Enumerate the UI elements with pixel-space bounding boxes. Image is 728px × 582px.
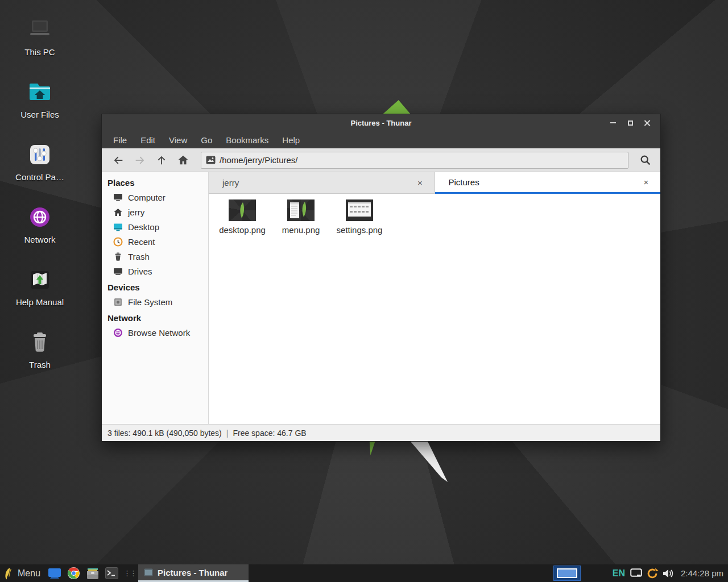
menu-png-thumbnail [287,199,315,221]
sidebar-heading-network: Network [102,310,208,325]
desktop-icon-help-manual[interactable]: Help Manual [0,259,80,322]
chrome-icon [67,567,80,580]
taskbar-clock[interactable]: 2:44:28 pm [681,568,723,578]
back-button[interactable] [107,151,129,169]
volume-button[interactable] [663,568,674,579]
keyboard-layout-indicator[interactable]: EN [613,568,625,579]
desktop-icon-label: Trash [29,360,51,369]
desktop-png-thumbnail [229,199,256,221]
sidebar-item-label: Desktop [128,222,159,232]
sidebar-item-recent[interactable]: Recent [102,234,208,249]
display-tray-icon [630,568,642,578]
menubar: File Edit View Go Bookmarks Help [102,131,660,148]
file-manager-launcher[interactable] [83,564,102,582]
terminal-icon [105,567,118,579]
tab-label: Pictures [449,177,642,187]
file-settings-png[interactable]: settings.png [331,198,388,235]
help-manual-icon [26,266,53,293]
sidebar-item-browse-network[interactable]: Browse Network [102,325,208,340]
tab-jerry[interactable]: jerry × [209,172,435,194]
settings-png-thumbnail [346,199,373,221]
update-refresh-icon [646,567,659,580]
search-icon [639,154,652,167]
show-desktop-button[interactable] [45,564,64,582]
menu-button-label: Menu [18,568,40,579]
taskbar-handle: ⋮⋮ [121,569,138,577]
file-desktop-png[interactable]: desktop.png [214,198,271,235]
recent-clock-icon [113,237,123,247]
thunar-window: Pictures - Thunar File Edit View Go Book… [101,114,661,442]
menu-go[interactable]: Go [195,133,218,147]
sidebar-item-label: Recent [128,237,155,247]
close-icon [644,119,651,126]
sidebar-item-drives[interactable]: Drives [102,264,208,278]
search-button[interactable] [636,151,655,169]
forward-button[interactable] [129,151,151,169]
desktop-icon-label: User Files [20,110,59,119]
file-menu-png[interactable]: menu.png [272,198,329,235]
menu-button[interactable]: Menu [0,564,45,582]
update-manager-button[interactable] [646,567,659,580]
taskbar-right: EN 2:44:28 pm [553,564,728,582]
home-icon [113,207,123,217]
menu-bookmarks[interactable]: Bookmarks [220,133,274,147]
file-view[interactable]: desktop.png menu.png [209,194,660,424]
taskbar: Menu [0,564,728,582]
tab-close-icon[interactable]: × [641,177,651,187]
desktop-icon-label: Help Manual [16,297,64,307]
maximize-icon [628,120,633,126]
close-button[interactable] [640,117,655,129]
sidebar-item-file-system[interactable]: File System [102,294,208,309]
desktop-icon-trash[interactable]: Trash [0,322,80,384]
desktop-icon [113,222,123,232]
task-button-label: Pictures - Thunar [158,568,228,577]
status-separator: | [226,429,229,438]
wallpaper-feather-quill [407,441,449,483]
desktop-icon-list: This PC User Files Control Pa… Network [0,9,80,384]
sidebar-heading-places: Places [102,175,208,190]
sidebar-item-desktop[interactable]: Desktop [102,219,208,234]
network-globe-icon [26,203,53,231]
home-button[interactable] [172,151,194,169]
thunar-window-icon [144,568,153,576]
task-button-thunar[interactable]: Pictures - Thunar [138,564,249,582]
sidebar-item-trash[interactable]: Trash [102,249,208,264]
desktop-icon-user-files[interactable]: User Files [0,72,80,134]
workspace-1 [557,568,577,578]
menu-view[interactable]: View [163,133,193,147]
status-files-text: 3 files: 490.1 kB (490,050 bytes) [107,429,222,438]
back-arrow-icon [112,154,125,167]
file-name: desktop.png [219,225,266,235]
desktop-icon-label: This PC [24,47,55,57]
forward-arrow-icon [134,154,146,167]
display-tray-button[interactable] [630,568,642,578]
up-button[interactable] [151,151,172,169]
menu-help[interactable]: Help [276,133,305,147]
sidebar: Places Computer jerry [102,172,209,424]
desktop-icon-network[interactable]: Network [0,197,80,259]
maximize-button[interactable] [623,117,638,129]
desktop-icon-control-panel[interactable]: Control Pa… [0,134,80,197]
control-panel-icon [26,141,53,168]
tab-close-icon[interactable]: × [415,178,425,188]
desktop-icon-this-pc[interactable]: This PC [0,9,80,72]
workspace-switcher[interactable] [553,566,581,581]
file-pane: jerry × Pictures × desktop.png [209,172,660,424]
path-text: /home/jerry/Pictures/ [220,155,298,165]
drives-icon [113,267,123,276]
sidebar-item-jerry[interactable]: jerry [102,205,208,219]
tab-pictures[interactable]: Pictures × [435,172,661,194]
window-titlebar[interactable]: Pictures - Thunar [102,114,660,131]
minimize-button[interactable] [606,117,621,129]
linux-lite-feather-icon [4,567,14,580]
terminal-launcher[interactable] [102,564,121,582]
path-entry[interactable]: /home/jerry/Pictures/ [201,152,628,169]
chrome-launcher[interactable] [64,564,83,582]
network-globe-icon [113,328,123,338]
menu-edit[interactable]: Edit [135,133,161,147]
sidebar-item-computer[interactable]: Computer [102,190,208,205]
hard-drive-icon [113,297,123,307]
window-content: Places Computer jerry [102,172,660,424]
menu-file[interactable]: File [107,133,133,147]
status-free-space-text: Free space: 46.7 GB [233,429,306,438]
